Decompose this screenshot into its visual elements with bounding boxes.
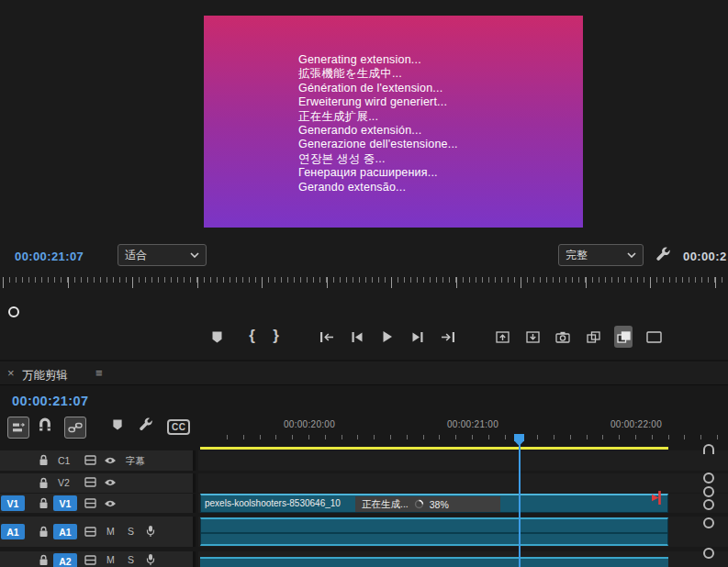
- track-io-icon[interactable]: [84, 477, 96, 487]
- a2-audio-clip[interactable]: [200, 557, 668, 567]
- a2-track-header: A2 M S: [0, 551, 196, 567]
- track-height-handle[interactable]: [703, 472, 714, 484]
- a1-solo-button[interactable]: S: [128, 526, 134, 537]
- timeline-current-timecode[interactable]: 00:00:21:07: [12, 394, 88, 408]
- playback-quality-value: 完整: [566, 248, 588, 263]
- video-caption-block: Generating extension... 拡張機能を生成中... Géné…: [298, 53, 458, 195]
- ruler-label: 00:00:22:00: [610, 419, 662, 429]
- step-forward-icon[interactable]: [409, 326, 427, 348]
- monitor-duration-timecode: 00:00:2: [683, 250, 727, 263]
- comparison-view-icon[interactable]: [584, 326, 602, 348]
- clip-name-label: pexels-koolshooters-8530646_10: [205, 498, 341, 508]
- monitor-current-timecode[interactable]: 00:00:21:07: [15, 250, 84, 263]
- monitor-settings-wrench-icon[interactable]: [655, 247, 671, 262]
- sequence-tab-title[interactable]: 万能剪辑: [22, 368, 68, 384]
- video-caption-line: Generazione dell'estensione...: [298, 138, 458, 151]
- ruler-label: 00:00:21:00: [447, 419, 498, 429]
- snap-magnet-icon[interactable]: [39, 417, 51, 431]
- video-caption-line: Génération de l'extension...: [298, 82, 458, 95]
- monitor-scrub-ruler[interactable]: [0, 276, 728, 291]
- add-marker-icon[interactable]: [207, 326, 226, 348]
- lock-icon[interactable]: [39, 454, 49, 466]
- panel-close-icon[interactable]: ×: [7, 366, 15, 380]
- timeline-add-marker-icon[interactable]: [112, 418, 123, 431]
- a1-track-header: A1 A1 M S: [0, 517, 196, 547]
- lock-icon[interactable]: [39, 526, 49, 538]
- nest-sequence-toggle-button[interactable]: [7, 417, 29, 439]
- v1-video-clip[interactable]: pexels-koolshooters-8530646_10 正在生成... 3…: [200, 494, 668, 513]
- trim-in-cursor-icon: [646, 489, 666, 506]
- track-height-handle[interactable]: [703, 486, 714, 497]
- button-editor-monitor-icon[interactable]: [644, 326, 663, 348]
- v1-target-badge[interactable]: V1: [53, 495, 77, 511]
- track-scrollbar-top-handle[interactable]: [703, 444, 714, 454]
- linked-selection-button[interactable]: [64, 417, 86, 439]
- a2-target-badge[interactable]: A2: [53, 553, 77, 567]
- lift-icon[interactable]: [493, 326, 511, 348]
- zoom-fit-value: 适合: [125, 248, 147, 263]
- track-row-v2: V2: [0, 473, 728, 493]
- panel-menu-icon[interactable]: ≡: [95, 366, 103, 380]
- a1-target-badge[interactable]: A1: [53, 524, 77, 539]
- a1-mute-button[interactable]: M: [106, 526, 115, 537]
- monitor-zoom-scroll-handle[interactable]: [8, 306, 19, 317]
- step-back-icon[interactable]: [348, 326, 366, 348]
- playhead-line: [519, 438, 521, 567]
- video-caption-line: 연장본 생성 중...: [298, 152, 458, 166]
- eye-icon[interactable]: [104, 478, 117, 487]
- ruler-label: 00:00:20:00: [284, 419, 335, 429]
- a2-mute-button[interactable]: M: [106, 554, 115, 565]
- video-caption-line: Генерация расширения...: [298, 166, 458, 180]
- export-frame-camera-icon[interactable]: [554, 326, 572, 348]
- lock-icon[interactable]: [39, 554, 49, 566]
- subtitle-channel-label: C1: [58, 455, 70, 466]
- a1-audio-clip[interactable]: [200, 517, 668, 546]
- v2-target-label[interactable]: V2: [58, 477, 70, 488]
- eye-icon[interactable]: [104, 456, 117, 465]
- playback-quality-dropdown[interactable]: 完整: [558, 244, 644, 266]
- lock-icon[interactable]: [39, 477, 49, 489]
- zoom-fit-dropdown[interactable]: 适合: [118, 244, 207, 266]
- video-caption-line: 正在生成扩展...: [298, 110, 458, 124]
- subtitle-track-header: C1 字幕: [0, 450, 196, 471]
- transport-controls: { }: [207, 322, 675, 351]
- video-caption-line: Generando extensión...: [298, 124, 458, 138]
- track-height-handle[interactable]: [703, 517, 714, 528]
- v1-track-header: V1 V1: [0, 494, 196, 513]
- video-caption-line: Gerando extensão...: [298, 181, 458, 195]
- play-icon[interactable]: [378, 326, 397, 348]
- subtitle-track-name: 字幕: [126, 455, 145, 468]
- progress-spinner-icon: [414, 499, 424, 509]
- generating-text: 正在生成...: [362, 498, 409, 511]
- track-io-icon[interactable]: [84, 455, 96, 465]
- track-row-subtitle: C1 字幕: [0, 450, 728, 471]
- extract-icon[interactable]: [523, 326, 542, 348]
- timeline-settings-wrench-icon[interactable]: [139, 417, 153, 432]
- video-caption-line: 拡張機能を生成中...: [298, 67, 458, 81]
- mark-in-icon[interactable]: {: [246, 326, 258, 348]
- track-height-handle[interactable]: [703, 548, 714, 559]
- a2-solo-button[interactable]: S: [128, 554, 134, 565]
- track-io-icon[interactable]: [84, 527, 96, 537]
- multicam-toggle-icon[interactable]: [614, 326, 633, 348]
- track-io-icon[interactable]: [84, 555, 96, 565]
- lock-icon[interactable]: [39, 497, 49, 509]
- render-status-bar: [200, 447, 668, 450]
- mic-icon[interactable]: [146, 525, 155, 538]
- go-to-in-icon[interactable]: [318, 326, 336, 348]
- timeline-ruler[interactable]: 00:00:20:00 00:00:21:00 00:00:22:00: [200, 415, 728, 439]
- track-io-icon[interactable]: [84, 498, 96, 508]
- track-height-handle[interactable]: [703, 499, 714, 510]
- mark-out-icon[interactable]: }: [270, 326, 282, 348]
- subtitle-track-lane[interactable]: [198, 450, 728, 471]
- a1-source-patch-badge[interactable]: A1: [1, 524, 25, 539]
- mic-icon[interactable]: [146, 553, 155, 566]
- v1-source-patch-badge[interactable]: V1: [1, 495, 25, 511]
- chevron-down-icon: [627, 252, 636, 258]
- go-to-out-icon[interactable]: [439, 326, 457, 348]
- v2-track-header: V2: [0, 473, 196, 493]
- eye-icon[interactable]: [104, 499, 117, 508]
- progress-percent: 38%: [430, 499, 449, 510]
- video-caption-line: Generating extension...: [298, 53, 458, 67]
- captions-cc-button[interactable]: CC: [167, 419, 190, 435]
